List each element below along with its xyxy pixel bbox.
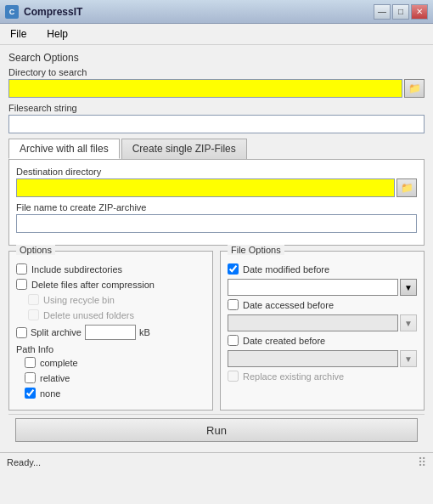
run-button[interactable]: Run <box>15 418 418 442</box>
title-text: CompressIT <box>24 6 82 18</box>
app-icon: C <box>5 5 19 19</box>
delete-unused-checkbox[interactable] <box>28 309 39 320</box>
path-none-checkbox[interactable] <box>25 388 36 399</box>
date-created-checkbox[interactable] <box>228 335 239 346</box>
replace-existing-row: Replace existing archive <box>228 371 417 382</box>
dest-dir-input[interactable] <box>16 178 395 197</box>
path-none-label: none <box>40 388 60 399</box>
path-complete-checkbox[interactable] <box>25 357 36 368</box>
path-complete-label: complete <box>40 358 78 368</box>
tab-archive-all[interactable]: Archive with all files <box>8 139 120 159</box>
directory-browse-button[interactable]: 📁 <box>404 79 425 98</box>
path-none-row: none <box>16 388 205 399</box>
options-left: Options Include subdirectories Delete fi… <box>8 251 213 411</box>
main-content: Search Options Directory to search 📁 Fil… <box>0 45 433 452</box>
date-modified-label: Date modified before <box>243 264 329 275</box>
delete-unused-label: Delete unused folders <box>43 310 134 320</box>
delete-unused-row: Delete unused folders <box>16 309 205 320</box>
date-modified-input-row: Samstag , 5. Februar 2011 ▼ <box>228 279 417 296</box>
directory-label: Directory to search <box>8 67 425 77</box>
options-area: Options Include subdirectories Delete fi… <box>8 251 425 411</box>
menu-help[interactable]: Help <box>43 26 71 42</box>
replace-existing-label: Replace existing archive <box>243 371 344 382</box>
date-created-label: Date created before <box>243 336 325 346</box>
date-created-row: Date created before <box>228 335 417 346</box>
filename-input[interactable]: CompressIT_Archiv.zip <box>16 214 417 233</box>
tab-single-zip[interactable]: Create single ZIP-Files <box>121 139 247 159</box>
options-group-title: Options <box>16 245 55 255</box>
date-accessed-calendar-button[interactable]: ▼ <box>400 314 417 331</box>
date-accessed-row: Date accessed before <box>228 299 417 310</box>
path-info-section: Path Info complete relative none <box>16 344 205 399</box>
date-accessed-input[interactable]: Samstag , 5. Februar 2011 <box>228 314 398 331</box>
path-complete-row: complete <box>16 357 205 368</box>
path-relative-row: relative <box>16 372 205 383</box>
menu-bar: File Help <box>0 24 433 45</box>
date-modified-calendar-button[interactable]: ▼ <box>400 279 417 296</box>
filesearch-input[interactable]: *.* <box>8 115 425 133</box>
date-accessed-checkbox[interactable] <box>228 299 239 310</box>
minimize-button[interactable]: — <box>374 4 391 20</box>
directory-row: 📁 <box>8 79 425 98</box>
title-bar: C CompressIT — □ ✕ <box>0 0 433 24</box>
status-text: Ready... <box>7 457 41 467</box>
file-options-title: File Options <box>228 245 284 255</box>
date-modified-input[interactable]: Samstag , 5. Februar 2011 <box>228 279 398 296</box>
recycle-bin-checkbox[interactable] <box>28 294 39 305</box>
directory-input[interactable] <box>8 79 402 98</box>
dest-dir-row: 📁 <box>16 178 417 197</box>
split-archive-checkbox[interactable] <box>16 327 27 338</box>
close-button[interactable]: ✕ <box>411 4 428 20</box>
include-subdirs-label: Include subdirectories <box>31 264 122 275</box>
file-options-group-box: File Options Date modified before Samsta… <box>220 251 425 411</box>
filesearch-label: Filesearch string <box>8 103 425 113</box>
date-accessed-label: Date accessed before <box>243 300 334 310</box>
resize-handle: ⠿ <box>418 456 426 469</box>
path-info-label: Path Info <box>16 344 205 354</box>
delete-files-row: Delete files after compression <box>16 279 205 290</box>
search-options-label: Search Options <box>8 52 425 64</box>
replace-existing-checkbox[interactable] <box>228 371 239 382</box>
date-created-calendar-button[interactable]: ▼ <box>400 350 417 367</box>
file-options-right: File Options Date modified before Samsta… <box>220 251 425 411</box>
maximize-button[interactable]: □ <box>392 4 409 20</box>
path-relative-checkbox[interactable] <box>25 372 36 383</box>
dest-dir-browse-button[interactable]: 📁 <box>396 178 417 197</box>
split-archive-label: Split archive <box>31 327 82 337</box>
run-section: Run <box>8 414 425 445</box>
date-modified-checkbox[interactable] <box>228 263 239 275</box>
include-subdirs-row: Include subdirectories <box>16 263 205 275</box>
split-unit-label: kB <box>139 327 150 337</box>
recycle-bin-row: Using recycle bin <box>16 294 205 305</box>
split-archive-input[interactable]: 524288 <box>85 325 136 340</box>
title-bar-left: C CompressIT <box>5 5 82 19</box>
split-archive-row: Split archive 524288 kB <box>16 325 205 340</box>
delete-files-label: Delete files after compression <box>31 280 155 290</box>
title-buttons: — □ ✕ <box>374 4 428 20</box>
status-bar: Ready... ⠿ <box>0 452 433 472</box>
path-relative-label: relative <box>40 373 70 383</box>
tabs: Archive with all files Create single ZIP… <box>8 139 425 159</box>
filename-label: File name to create ZIP-archive <box>16 202 417 212</box>
dest-dir-label: Destination directory <box>16 167 417 177</box>
date-created-input[interactable]: Samstag , 5. Februar 2011 <box>228 350 398 367</box>
menu-file[interactable]: File <box>7 26 30 42</box>
tab-content: Destination directory 📁 File name to cre… <box>8 159 425 246</box>
include-subdirs-checkbox[interactable] <box>16 263 27 275</box>
date-modified-row: Date modified before <box>228 263 417 275</box>
options-group-box: Options Include subdirectories Delete fi… <box>8 251 213 411</box>
delete-files-checkbox[interactable] <box>16 279 27 290</box>
date-accessed-input-row: Samstag , 5. Februar 2011 ▼ <box>228 314 417 331</box>
recycle-bin-label: Using recycle bin <box>43 295 115 305</box>
date-created-input-row: Samstag , 5. Februar 2011 ▼ <box>228 350 417 367</box>
